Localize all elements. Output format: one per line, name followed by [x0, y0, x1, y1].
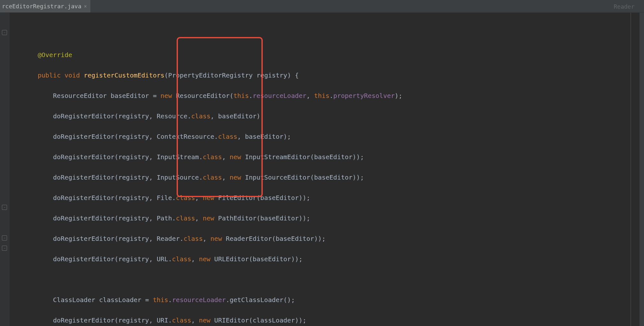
method-name: registerCustomEditors — [84, 71, 165, 79]
code-line: doRegisterEditor(registry, ContextResour… — [22, 131, 644, 142]
code-area[interactable]: @Override public void registerCustomEdit… — [10, 13, 644, 326]
code-line: doRegisterEditor(registry, Path.class, n… — [22, 213, 644, 223]
tab-bar: rceEditorRegistrar.java × — [0, 0, 644, 13]
code-line: doRegisterEditor(registry, InputStream.c… — [22, 152, 644, 162]
code-line: ResourceEditor baseEditor = new Resource… — [22, 91, 644, 101]
fold-icon[interactable]: − — [2, 235, 7, 241]
code-line: doRegisterEditor(registry, Resource.clas… — [22, 111, 644, 121]
code-line — [22, 274, 644, 285]
code-line: doRegisterEditor(registry, InputSource.c… — [22, 172, 644, 182]
breadcrumb-right: Reader — [614, 3, 634, 10]
annotation: @Override — [38, 51, 72, 59]
scrollbar-strip[interactable] — [640, 13, 644, 326]
code-line: doRegisterEditor(registry, Reader.class,… — [22, 233, 644, 244]
editor: − − − − @Override public void registerCu… — [0, 13, 644, 326]
editor-tab[interactable]: rceEditorRegistrar.java × — [0, 0, 91, 12]
fold-icon[interactable]: − — [2, 246, 7, 251]
gutter: − − − − — [0, 13, 10, 326]
close-icon[interactable]: × — [84, 4, 87, 9]
fold-icon[interactable]: − — [2, 205, 7, 210]
code-line: doRegisterEditor(registry, File.class, n… — [22, 193, 644, 203]
code-line: doRegisterEditor(registry, URI.class, ne… — [22, 315, 644, 325]
tab-filename: rceEditorRegistrar.java — [2, 3, 81, 10]
code-line: @Override — [22, 50, 644, 60]
fold-icon[interactable]: − — [2, 30, 7, 35]
code-line: ClassLoader classLoader = this.resourceL… — [22, 295, 644, 305]
code-line: public void registerCustomEditors(Proper… — [22, 70, 644, 80]
code-line: doRegisterEditor(registry, URL.class, ne… — [22, 254, 644, 264]
right-margin-line — [631, 13, 631, 326]
